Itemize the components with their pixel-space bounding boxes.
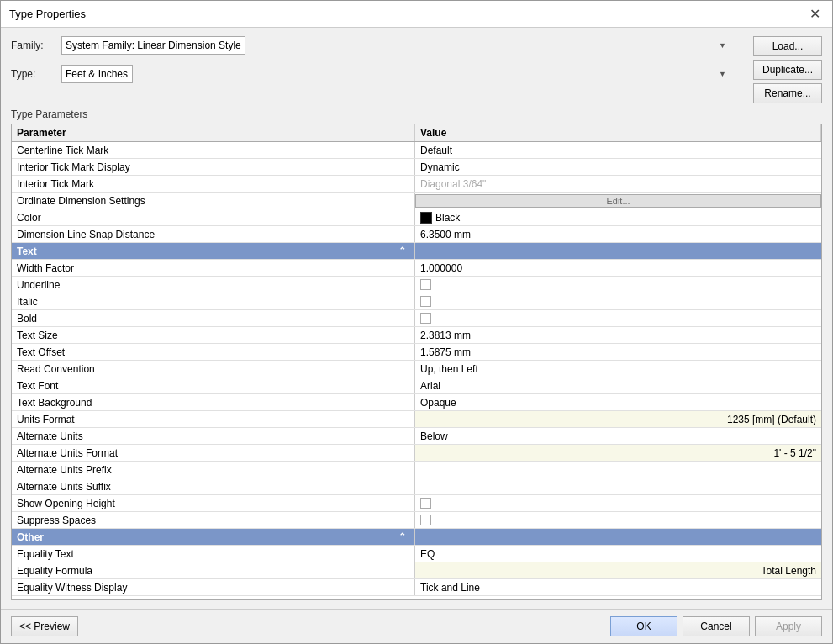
type-properties-dialog: Type Properties ✕ Family: System Family:…: [0, 0, 833, 644]
table-row: Color Black: [12, 209, 821, 226]
cell-param: Interior Tick Mark: [12, 176, 415, 192]
type-label: Type:: [11, 68, 61, 80]
table-row: Text Font Arial: [12, 377, 821, 394]
cell-value: [415, 293, 821, 309]
cell-value: Up, then Left: [415, 361, 821, 377]
col-value: Value: [415, 124, 821, 141]
cell-value: EQ: [415, 546, 821, 562]
preview-button[interactable]: << Preview: [11, 616, 78, 636]
table-row: Dimension Line Snap Distance 6.3500 mm: [12, 226, 821, 243]
footer-left: << Preview: [11, 616, 605, 636]
table-row: Underline: [12, 277, 821, 293]
section-value: [415, 529, 821, 545]
cell-param: Read Convention: [12, 361, 415, 377]
cell-value: 1.000000: [415, 260, 821, 276]
ok-button[interactable]: OK: [610, 616, 677, 636]
table-row: Width Factor 1.000000: [12, 260, 821, 277]
section-label: Text ⌃: [12, 243, 415, 259]
cell-param: Underline: [12, 277, 415, 293]
cell-value[interactable]: Total Length: [415, 562, 821, 578]
cell-param: Text Background: [12, 394, 415, 410]
table-row: Equality Text EQ: [12, 546, 821, 562]
family-label: Family:: [11, 40, 61, 51]
table-row: Units Format 1235 [mm] (Default): [12, 411, 821, 428]
cell-value: [415, 495, 821, 511]
load-button[interactable]: Load...: [753, 36, 822, 56]
cell-value[interactable]: 1' - 5 1/2": [415, 445, 821, 461]
table-row: Alternate Units Prefix: [12, 462, 821, 478]
table-row: Italic: [12, 293, 821, 310]
type-select-wrapper: Feet & Inches: [61, 65, 731, 83]
section-label: Other ⌃: [12, 529, 415, 545]
apply-button[interactable]: Apply: [755, 616, 822, 636]
dialog-body: Family: System Family: Linear Dimension …: [1, 28, 832, 609]
cell-param: Text Size: [12, 327, 415, 343]
cell-value: Tick and Line: [415, 579, 821, 595]
table-row: Ordinate Dimension Settings Edit...: [12, 193, 821, 209]
cell-param: Interior Tick Mark Display: [12, 159, 415, 175]
section-collapse-icon[interactable]: ⌃: [398, 245, 406, 256]
cell-value: [415, 512, 821, 528]
type-select[interactable]: Feet & Inches: [61, 65, 133, 83]
table-row: Suppress Spaces: [12, 512, 821, 529]
checkbox[interactable]: [420, 296, 431, 307]
title-bar: Type Properties ✕: [1, 1, 832, 28]
family-select-wrapper: System Family: Linear Dimension Style: [61, 36, 731, 55]
table-row: Equality Formula Total Length: [12, 562, 821, 579]
checkbox[interactable]: [420, 313, 431, 324]
top-form-fields: Family: System Family: Linear Dimension …: [11, 36, 731, 88]
table-row: Show Opening Height: [12, 495, 821, 512]
cell-param: Centerline Tick Mark: [12, 142, 415, 158]
checkbox[interactable]: [420, 279, 431, 290]
cell-param: Text Font: [12, 377, 415, 393]
table-row: Alternate Units Suffix: [12, 478, 821, 495]
table-row: Alternate Units Format 1' - 5 1/2": [12, 445, 821, 462]
cell-value: Dynamic: [415, 159, 821, 175]
section-header-text: Text ⌃: [12, 243, 821, 260]
table-row: Text Offset 1.5875 mm: [12, 344, 821, 361]
dialog-footer: << Preview OK Cancel Apply: [1, 609, 832, 643]
cell-value[interactable]: Black: [415, 209, 821, 225]
section-header-other: Other ⌃: [12, 529, 821, 546]
table-row: Interior Tick Mark Diagonal 3/64": [12, 176, 821, 193]
rename-button[interactable]: Rename...: [753, 83, 822, 103]
cell-value: Edit...: [415, 193, 821, 209]
value-text: 1235 [mm] (Default): [727, 414, 816, 425]
cell-value: 1.5875 mm: [415, 344, 821, 360]
close-button[interactable]: ✕: [806, 6, 824, 22]
cell-param: Equality Text: [12, 546, 415, 562]
cell-param: Equality Formula: [12, 562, 415, 578]
table-body: Centerline Tick Mark Default Interior Ti…: [12, 142, 821, 596]
table-row: Interior Tick Mark Display Dynamic: [12, 159, 821, 176]
cancel-button[interactable]: Cancel: [683, 616, 750, 636]
cell-value: Below: [415, 428, 821, 444]
cell-param: Color: [12, 209, 415, 225]
table-header: Parameter Value: [12, 124, 821, 142]
checkbox[interactable]: [420, 515, 431, 525]
table-row: Alternate Units Below: [12, 428, 821, 445]
checkbox[interactable]: [420, 498, 431, 509]
edit-button[interactable]: Edit...: [415, 194, 821, 208]
section-collapse-icon[interactable]: ⌃: [398, 531, 406, 542]
dialog-title: Type Properties: [9, 8, 86, 20]
table-row: Text Background Opaque: [12, 394, 821, 411]
cell-value: Default: [415, 142, 821, 158]
top-form: Family: System Family: Linear Dimension …: [11, 36, 822, 103]
family-select[interactable]: System Family: Linear Dimension Style: [61, 36, 245, 55]
col-parameter: Parameter: [12, 124, 415, 141]
cell-param: Alternate Units Suffix: [12, 478, 415, 494]
cell-value: Diagonal 3/64": [415, 176, 821, 192]
table-row: Read Convention Up, then Left: [12, 361, 821, 377]
table-row: Text Size 2.3813 mm: [12, 327, 821, 344]
cell-value: Arial: [415, 377, 821, 393]
parameters-table: Parameter Value Centerline Tick Mark Def…: [11, 124, 822, 600]
cell-value[interactable]: 1235 [mm] (Default): [415, 411, 821, 427]
cell-value: 2.3813 mm: [415, 327, 821, 343]
color-swatch: [420, 212, 432, 224]
cell-param: Text Offset: [12, 344, 415, 360]
right-buttons: Load... Duplicate... Rename...: [748, 36, 822, 103]
duplicate-button[interactable]: Duplicate...: [753, 60, 822, 80]
cell-value: 6.3500 mm: [415, 226, 821, 242]
cell-param: Bold: [12, 310, 415, 326]
table-row: Equality Witness Display Tick and Line: [12, 579, 821, 596]
